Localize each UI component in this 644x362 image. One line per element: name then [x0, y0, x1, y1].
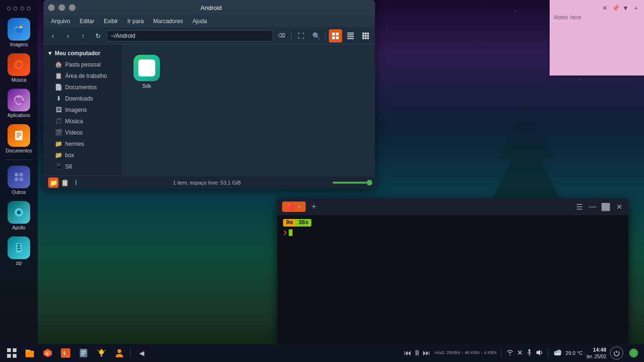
dock-item-outros[interactable]: Outros	[2, 164, 35, 197]
svg-rect-60	[100, 354, 102, 357]
sidebar-section-header[interactable]: ▼ Meu computador	[43, 48, 122, 59]
toolbar-search-btn[interactable]: 🔍	[309, 29, 323, 42]
terminal-time-badge: 9m	[283, 219, 295, 227]
toolbar-back-btn[interactable]: ‹	[46, 29, 59, 42]
dock-item-imagens[interactable]: Imagens	[2, 16, 35, 50]
menu-editar[interactable]: Editar	[76, 17, 98, 25]
toolbar-view-grid-large[interactable]	[329, 29, 342, 42]
sidebar-item-pasta-pessoal[interactable]: 🏠 Pasta pessoal	[45, 59, 120, 70]
svg-rect-45	[13, 348, 17, 352]
toolbar-up-btn[interactable]: ↑	[76, 29, 90, 42]
sidebar-item-s8[interactable]: 📱 S8	[45, 161, 120, 172]
sidebar-item-downloads[interactable]: ⬇ Downloads	[45, 93, 120, 104]
menu-arquivo[interactable]: Arquivo	[47, 17, 74, 25]
sidebar-item-musica[interactable]: 🎵 Música	[45, 116, 120, 126]
taskbar-weather[interactable]: 29.0 °C	[553, 348, 583, 358]
toolbar-clear-btn[interactable]: ⌫	[275, 29, 288, 42]
zoom-slider[interactable]	[333, 182, 370, 184]
media-play-btn[interactable]: ⏸	[413, 349, 421, 357]
wifi-icon[interactable]	[506, 349, 514, 358]
taskbar-app-brave[interactable]: B	[40, 345, 56, 361]
terminal-tab-title: ~	[298, 203, 301, 210]
terminal-minimize-btn[interactable]: —	[588, 202, 597, 211]
terminal-new-tab-btn[interactable]: +	[311, 202, 317, 212]
svg-rect-65	[528, 349, 530, 352]
toolbar-forward-btn[interactable]: ›	[61, 29, 75, 42]
menu-marcadores[interactable]: Marcadores	[150, 17, 187, 25]
taskbar-app-lamp[interactable]	[93, 345, 109, 361]
statusbar-btn-3[interactable]: ⅰ	[71, 177, 81, 188]
taskbar-app-grid[interactable]	[4, 345, 20, 361]
taskbar: B $_	[0, 344, 644, 362]
taskbar-app-terminal[interactable]: $_	[58, 345, 74, 361]
terminal-close-btn[interactable]: ✕	[614, 202, 624, 211]
svg-rect-21	[17, 244, 20, 245]
volume-icon[interactable]	[535, 349, 543, 358]
taskbar-back-btn[interactable]: ◀	[134, 345, 150, 361]
sticky-pin-btn[interactable]: 📌	[611, 4, 619, 12]
svg-rect-27	[336, 36, 339, 39]
dock-dot-3	[20, 7, 24, 10]
svg-rect-38	[362, 37, 364, 39]
svg-rect-40	[367, 37, 369, 39]
toolbar-view-compact[interactable]	[359, 29, 372, 42]
sidebar-item-videos[interactable]: 🎬 Vídeos	[45, 127, 120, 138]
toolbar-fullscreen-btn[interactable]: ⛶	[294, 29, 308, 42]
sidebar-label-hermes: hermes	[65, 141, 84, 147]
sidebar-icon-images: 🖼	[55, 106, 62, 113]
sidebar-item-imagens[interactable]: 🖼 Imagens	[45, 104, 120, 115]
sidebar-item-area-trabalho[interactable]: 📋 Área de trabalho	[45, 70, 120, 81]
menu-ajuda[interactable]: Ajuda	[189, 17, 211, 25]
sidebar-section-computer: ▼ Meu computador 🏠 Pasta pessoal 📋 Área …	[43, 48, 122, 172]
svg-point-9	[21, 101, 24, 103]
terminal-restore-btn[interactable]: ⬜	[601, 202, 611, 211]
sidebar-item-documentos[interactable]: 📄 Documentos	[45, 82, 120, 93]
dock-label-documentos: Documentos	[6, 148, 32, 154]
taskbar-app-person[interactable]	[111, 345, 127, 361]
toolbar-separator-2	[326, 31, 326, 41]
file-item-sdk[interactable]: Sdk	[130, 52, 163, 92]
media-next-btn[interactable]: ⏭	[423, 349, 430, 357]
terminal-window: 🔴 ~ + ☰ — ⬜ ✕ 9m 36s ❯	[277, 198, 628, 345]
dock-label-zip: zip	[16, 261, 22, 266]
toolbar-view-list[interactable]	[344, 29, 357, 42]
power-btn[interactable]	[610, 346, 623, 360]
sticky-close-btn[interactable]: ✕	[601, 4, 609, 12]
sticky-dropdown-btn[interactable]: ▼	[621, 4, 630, 12]
sidebar-item-box[interactable]: 📁 box	[45, 150, 120, 160]
sticky-note: ✕ 📌 ▼ + Notes here	[550, 0, 644, 76]
sidebar-label-pasta-pessoal: Pasta pessoal	[65, 61, 100, 68]
usb-icon[interactable]	[526, 349, 533, 358]
taskbar-app-notes[interactable]	[75, 345, 92, 361]
slider-track	[333, 182, 370, 184]
window-maximize-btn[interactable]	[69, 4, 75, 11]
taskbar-app-files[interactable]	[22, 345, 38, 361]
sidebar-item-hermes[interactable]: 📁 hermes	[45, 138, 120, 149]
statusbar-btn-2[interactable]: 📋	[59, 177, 70, 188]
dock-item-apollo[interactable]: Apollo	[2, 199, 35, 233]
media-prev-btn[interactable]: ⏮	[404, 349, 411, 357]
window-close-btn[interactable]	[48, 4, 55, 11]
address-bar[interactable]	[107, 30, 273, 42]
slider-thumb	[367, 180, 372, 185]
terminal-menu-btn[interactable]: ☰	[575, 202, 584, 211]
sidebar-icon-hermes: 📁	[55, 140, 62, 147]
taskbar-apps: B $_	[4, 345, 127, 361]
sidebar-chevron: ▼	[47, 50, 53, 57]
bluetooth-icon[interactable]	[517, 349, 523, 358]
network-icon[interactable]	[627, 346, 640, 360]
sticky-add-btn[interactable]: +	[632, 4, 640, 12]
menu-exibir[interactable]: Exibir	[100, 17, 122, 25]
svg-rect-33	[365, 33, 367, 34]
dock-item-documentos[interactable]: Documentos	[2, 122, 35, 156]
toolbar-refresh-btn[interactable]: ↻	[92, 29, 105, 42]
window-minimize-btn[interactable]	[59, 4, 65, 11]
statusbar-btn-1[interactable]: 📁	[48, 177, 59, 188]
dock-item-aplicativos[interactable]: Aplicativos	[2, 87, 35, 120]
dock-item-zip[interactable]: zip	[2, 235, 35, 268]
menu-ir-para[interactable]: Ir para	[124, 17, 148, 25]
clock-date: ter. 25/02	[586, 354, 606, 360]
dock-item-musica[interactable]: Música	[2, 51, 35, 85]
sidebar-icon-desktop: 📋	[55, 72, 62, 79]
terminal-active-tab[interactable]: 🔴 ~	[282, 202, 306, 212]
